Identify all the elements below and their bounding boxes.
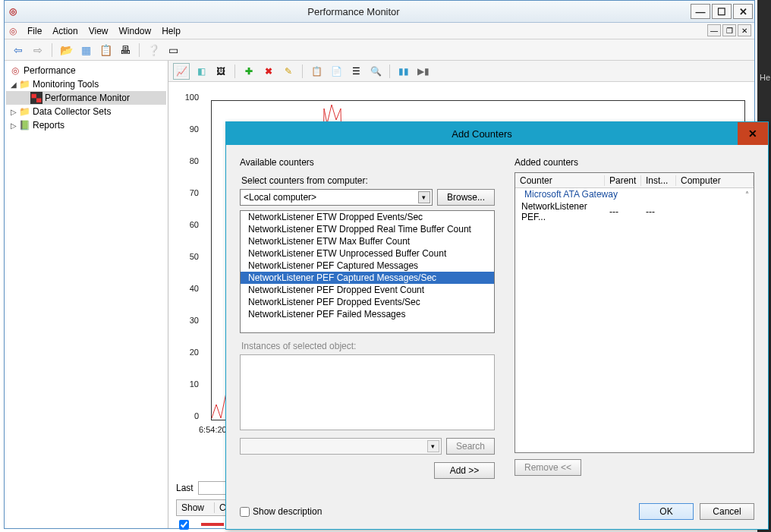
y-tick: 20 (178, 348, 199, 357)
show-description-row[interactable]: Show description (240, 506, 322, 517)
counter-list-item[interactable]: NetworkListener ETW Dropped Real Time Bu… (241, 223, 494, 235)
mdi-restore[interactable]: ❐ (722, 24, 736, 36)
dialog-close-button[interactable]: ✕ (738, 122, 768, 145)
counter-list-item[interactable]: NetworkListener ETW Max Buffer Count (241, 235, 494, 247)
chevron-down-icon[interactable]: ▾ (418, 191, 430, 203)
view-chart-icon[interactable]: 📈 (173, 63, 190, 80)
freeze-icon[interactable]: ▮▮ (395, 63, 412, 80)
add-icon[interactable]: ✚ (241, 63, 257, 80)
ok-button[interactable]: OK (639, 503, 694, 520)
counter-list-item[interactable]: NetworkListener PEF Failed Messages (241, 308, 494, 320)
tree-reports-label: Reports (33, 120, 65, 131)
last-label: Last (176, 483, 194, 493)
col-parent[interactable]: Parent (605, 175, 641, 186)
instances-listbox[interactable] (240, 354, 495, 430)
counter-list-item[interactable]: NetworkListener PEF Dropped Events/Sec (241, 296, 494, 308)
added-group-label: Microsoft ATA Gateway (520, 189, 618, 200)
close-button[interactable]: ✕ (733, 4, 753, 19)
y-tick: 100 (178, 93, 199, 102)
menu-file[interactable]: File (27, 26, 42, 36)
counter-list-item[interactable]: NetworkListener PEF Dropped Event Count (241, 284, 494, 296)
added-counters-table: Counter Parent Inst... Computer Microsof… (515, 172, 754, 453)
added-counter-row[interactable]: NetworkListener PEF... --- --- (515, 200, 754, 223)
dialog-titlebar: Add Counters ✕ (226, 122, 768, 145)
expand-icon[interactable]: ▷ (9, 108, 18, 116)
legend-color-swatch (201, 523, 224, 526)
col-computer[interactable]: Computer (676, 175, 754, 186)
paste-icon[interactable]: 📄 (328, 63, 345, 80)
menu-view[interactable]: View (89, 26, 109, 36)
added-counters-label: Added counters (515, 157, 754, 168)
menu-action[interactable]: Action (52, 26, 77, 36)
forward-icon[interactable]: ⇨ (30, 42, 46, 58)
cancel-button[interactable]: Cancel (700, 503, 754, 520)
y-tick: 70 (178, 188, 199, 197)
tree-reports[interactable]: ▷ 📗 Reports (6, 118, 166, 132)
tree-performance-monitor[interactable]: ▀▄ Performance Monitor (6, 91, 166, 105)
open-icon[interactable]: 📂 (58, 42, 74, 58)
app-icon: ◎ (9, 6, 17, 17)
y-tick: 80 (178, 156, 199, 165)
tree-data-collector-sets[interactable]: ▷ 📁 Data Collector Sets (6, 105, 166, 118)
update-icon[interactable]: ▶▮ (415, 63, 432, 80)
added-counter-inst: --- (646, 206, 681, 217)
y-tick: 50 (178, 252, 199, 261)
legend-show-checkbox[interactable] (179, 520, 189, 530)
tree-root[interactable]: ◎ Performance (6, 64, 166, 77)
menu-window[interactable]: Window (119, 26, 152, 36)
menu-help[interactable]: Help (162, 26, 181, 36)
computer-combo[interactable]: <Local computer> ▾ (240, 189, 433, 206)
mdi-minimize[interactable]: — (707, 24, 721, 36)
copy-icon[interactable]: 📋 (98, 42, 113, 58)
copy-chart-icon[interactable]: 📋 (308, 63, 325, 80)
maximize-button[interactable]: ☐ (712, 4, 732, 19)
report-icon: 📗 (18, 119, 30, 131)
zoom-icon[interactable]: 🔍 (367, 63, 384, 80)
y-tick: 40 (178, 284, 199, 293)
view-icon[interactable]: ▦ (78, 42, 93, 58)
y-tick: 60 (178, 220, 199, 229)
show-description-label: Show description (253, 506, 322, 517)
chevron-down-icon[interactable]: ▾ (427, 440, 439, 452)
col-inst[interactable]: Inst... (641, 175, 676, 186)
print-icon[interactable]: 🖶 (118, 42, 133, 58)
back-icon[interactable]: ⇦ (11, 42, 26, 58)
counter-list-item[interactable]: NetworkListener PEF Captured Messages (241, 260, 494, 272)
browse-button[interactable]: Browse... (437, 189, 495, 206)
y-tick: 90 (178, 124, 199, 134)
show-description-checkbox[interactable] (240, 507, 250, 517)
perfmon-icon: ▀▄ (30, 92, 42, 104)
image-icon[interactable]: 🖼 (212, 63, 229, 80)
add-counters-dialog: Add Counters ✕ Available counters Select… (225, 121, 769, 530)
expand-icon[interactable]: ▷ (9, 121, 18, 130)
mdi-close[interactable]: ✕ (738, 24, 751, 36)
tree-monitoring-label: Monitoring Tools (33, 79, 99, 90)
counter-list-item[interactable]: NetworkListener PEF Captured Messages/Se… (241, 272, 494, 284)
search-button[interactable]: Search (446, 438, 495, 455)
tree-root-label: Performance (24, 65, 76, 76)
col-show[interactable]: Show (177, 502, 215, 513)
box-icon[interactable]: ◧ (193, 63, 209, 80)
chart-toolbar: 📈 ◧ 🖼 ✚ ✖ ✎ 📋 📄 ☰ 🔍 ▮▮ ▶▮ (168, 61, 754, 82)
collapse-icon[interactable]: ◢ (9, 80, 18, 89)
help-icon[interactable]: ❔ (146, 42, 161, 58)
added-group-row[interactable]: Microsoft ATA Gateway ˄ (515, 188, 754, 200)
folder-icon: 📁 (18, 78, 30, 90)
tree-monitoring-tools[interactable]: ◢ 📁 Monitoring Tools (6, 77, 166, 91)
search-combo[interactable]: ▾ (240, 438, 442, 455)
minimize-button[interactable]: — (691, 4, 710, 19)
counter-list-item[interactable]: NetworkListener ETW Unprocessed Buffer C… (241, 247, 494, 260)
counter-list-item[interactable]: NetworkListener ETW Dropped Events/Sec (241, 211, 494, 223)
highlight-icon[interactable]: ✎ (280, 63, 297, 80)
delete-icon[interactable]: ✖ (260, 63, 277, 80)
added-table-header: Counter Parent Inst... Computer (515, 173, 754, 188)
add-button[interactable]: Add >> (434, 462, 495, 479)
counter-listbox[interactable]: NetworkListener ETW Dropped Events/SecNe… (240, 210, 495, 333)
tree-perfmon-label: Performance Monitor (45, 93, 130, 103)
toolbar: ⇦ ⇨ 📂 ▦ 📋 🖶 ❔ ▭ (5, 39, 754, 61)
chevron-up-icon[interactable]: ˄ (745, 190, 749, 199)
extra-icon[interactable]: ▭ (165, 42, 181, 58)
col-counter[interactable]: Counter (515, 175, 605, 186)
remove-button[interactable]: Remove << (515, 459, 581, 476)
properties-icon[interactable]: ☰ (348, 63, 364, 80)
